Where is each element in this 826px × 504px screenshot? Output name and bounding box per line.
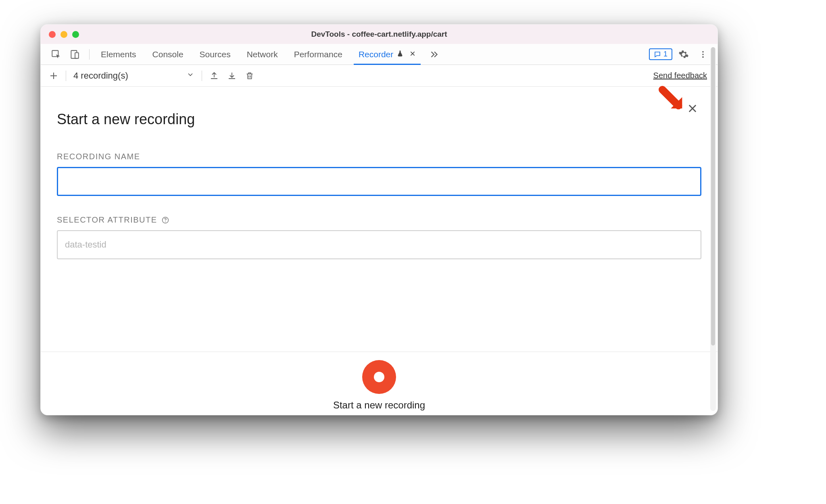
recording-name-label: RECORDING NAME [57, 152, 701, 161]
recording-name-input[interactable] [57, 167, 701, 196]
chevron-down-icon [186, 71, 194, 81]
divider [202, 71, 202, 81]
help-icon[interactable] [161, 216, 169, 224]
recordings-dropdown[interactable]: 4 recording(s) [69, 71, 198, 81]
close-tab-icon[interactable] [409, 50, 416, 59]
tabs-list: Elements Console Sources Network Perform… [93, 44, 649, 65]
recording-name-field: RECORDING NAME [57, 152, 701, 196]
record-dot-icon [374, 372, 384, 382]
import-icon[interactable] [223, 67, 241, 85]
new-recording-icon[interactable] [45, 67, 63, 85]
flask-icon [396, 50, 404, 59]
panel-bottom-bar: Start a new recording [41, 352, 718, 415]
close-panel-icon[interactable] [687, 103, 698, 116]
tab-recorder[interactable]: Recorder [350, 44, 424, 65]
svg-point-3 [702, 51, 704, 52]
svg-rect-2 [75, 52, 79, 58]
device-toolbar-icon[interactable] [67, 46, 83, 62]
issues-count: 1 [663, 50, 667, 58]
recorder-panel: Start a new recording RECORDING NAME SEL… [41, 87, 718, 415]
tab-network[interactable]: Network [239, 44, 286, 65]
close-window-button[interactable] [49, 31, 56, 38]
selector-attribute-field: SELECTOR ATTRIBUTE [57, 215, 701, 259]
send-feedback-link[interactable]: Send feedback [653, 71, 707, 80]
tab-label: Elements [101, 50, 136, 59]
chat-icon [654, 51, 661, 58]
window-title: DevTools - coffee-cart.netlify.app/cart [41, 30, 718, 39]
maximize-window-button[interactable] [72, 31, 79, 38]
svg-point-5 [702, 56, 704, 58]
minimize-window-button[interactable] [60, 31, 67, 38]
more-tabs-icon[interactable] [424, 44, 444, 65]
svg-point-4 [702, 54, 704, 55]
tab-console[interactable]: Console [144, 44, 192, 65]
tab-label: Console [152, 50, 184, 59]
devtools-tabs-row: Elements Console Sources Network Perform… [41, 44, 718, 65]
devtools-window: DevTools - coffee-cart.netlify.app/cart [40, 24, 718, 415]
scrollbar-thumb[interactable] [711, 47, 715, 346]
settings-icon[interactable] [676, 46, 692, 62]
tab-elements[interactable]: Elements [93, 44, 144, 65]
selector-attribute-label: SELECTOR ATTRIBUTE [57, 215, 157, 225]
export-icon[interactable] [205, 67, 223, 85]
tab-label: Performance [294, 50, 342, 59]
record-button-label: Start a new recording [333, 400, 425, 411]
tab-performance[interactable]: Performance [286, 44, 350, 65]
divider [89, 49, 90, 60]
inspect-element-icon[interactable] [48, 46, 64, 62]
tab-label: Sources [200, 50, 231, 59]
issues-badge[interactable]: 1 [649, 48, 672, 60]
divider [66, 71, 66, 81]
window-titlebar: DevTools - coffee-cart.netlify.app/cart [41, 25, 718, 44]
delete-icon[interactable] [241, 67, 259, 85]
tab-label: Recorder [359, 50, 393, 59]
selector-attribute-input[interactable] [57, 230, 701, 259]
svg-point-7 [165, 221, 166, 222]
panel-title: Start a new recording [57, 111, 701, 128]
recorder-toolbar: 4 recording(s) Send feedback [41, 65, 718, 87]
scrollbar[interactable] [710, 47, 716, 411]
tab-sources[interactable]: Sources [192, 44, 239, 65]
annotation-arrow-icon [659, 86, 687, 116]
dropdown-label: 4 recording(s) [73, 71, 138, 81]
record-button[interactable] [362, 360, 396, 394]
traffic-lights [49, 31, 79, 38]
kebab-menu-icon[interactable] [695, 46, 711, 62]
tab-label: Network [247, 50, 278, 59]
